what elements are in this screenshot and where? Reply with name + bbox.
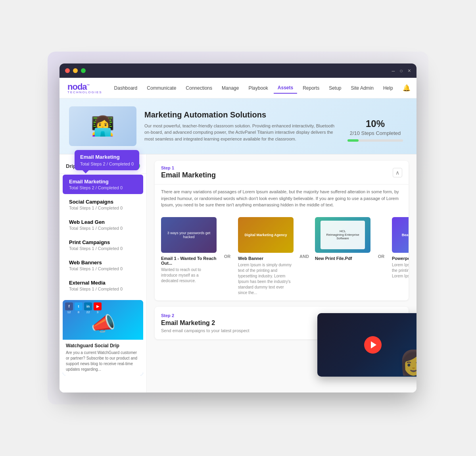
connector-0: OR xyxy=(221,217,233,296)
nav-dashboard[interactable]: Dashboard xyxy=(110,83,142,93)
asset-card-2[interactable]: HCLReimagining Enterprise Software New P… xyxy=(315,217,370,296)
asset-desc-1: Lorem Ipsum is simply dummy text of the … xyxy=(238,262,294,296)
sidebar-item-external-media[interactable]: External Media Total Steps 1 / Completed… xyxy=(63,276,143,295)
video-person-icon: 👩 xyxy=(399,348,416,377)
asset-card-image-2: HCLReimagining Enterprise Software xyxy=(315,217,370,253)
sidebar-item-print-campaigns[interactable]: Print Campaigns Total Steps 1 / Complete… xyxy=(63,235,143,255)
sidebar-item-title-5: External Media xyxy=(69,280,137,286)
asset-title-0: Email 1 - Wanted To Reach Out... xyxy=(161,256,217,266)
email-marketing-tooltip: Email Marketing Total Steps 2 / Complete… xyxy=(75,150,139,170)
sidebar-item-web-banners[interactable]: Web Banners Total Steps 1 / Completed 0 xyxy=(63,256,143,275)
nav-setup[interactable]: Setup xyxy=(325,83,345,93)
minimize-btn[interactable]: – xyxy=(392,67,395,74)
step1-title: Email Marketing xyxy=(161,171,216,179)
asset-img-print: HCLReimagining Enterprise Software xyxy=(315,217,370,253)
twitter-icon: t xyxy=(75,302,83,310)
close-dot[interactable] xyxy=(65,68,70,73)
megaphone-icon: 📣 xyxy=(91,312,115,335)
hero-desc: Our most powerful, teacher-friendly clas… xyxy=(144,123,336,142)
sidebar-card-title: Watchguard Social Drip xyxy=(66,343,140,348)
tooltip-title: Email Marketing xyxy=(80,154,134,160)
hero-stats: 10% 2/10 Steps Completed xyxy=(344,111,407,142)
logo[interactable]: noda™ TECHNOLOGIES xyxy=(67,82,102,94)
play-icon xyxy=(371,341,376,348)
hero-title: Marketing Automation Solutions xyxy=(144,110,336,119)
asset-desc-0: Wanted to reach out to introduce myself … xyxy=(161,267,217,284)
nav-manage[interactable]: Manage xyxy=(218,83,243,93)
asset-title-2: New Print File.Pdf xyxy=(315,256,370,261)
nav-playbook[interactable]: Playbook xyxy=(244,83,272,93)
fb-count: 12 xyxy=(65,310,73,314)
sidebar-card-body: Watchguard Social Drip Are you a current… xyxy=(63,340,143,375)
hero-percent: 10% xyxy=(344,111,407,130)
step2-title: Email Marketing 2 xyxy=(161,319,250,327)
li-count: 22 xyxy=(84,310,92,314)
nav-reports[interactable]: Reports xyxy=(299,83,323,93)
social-icons-row: f 12 t 8 in 22 xyxy=(65,302,102,314)
asset-card-image-3: Beautiful PowerPoint xyxy=(392,217,409,253)
nav-connections[interactable]: Connections xyxy=(182,83,216,93)
asset-card-image-1: Digital Marketing Agency xyxy=(238,217,294,253)
nav-help[interactable]: Help xyxy=(379,83,397,93)
asset-card-3[interactable]: Beautiful PowerPoint Powerpoint Presenta… xyxy=(392,217,409,296)
notification-bell[interactable]: 🔔 xyxy=(400,82,413,94)
sidebar-item-meta-0: Total Steps 2 / Completed 0 xyxy=(69,185,137,190)
nav-icons: 🔔 👩 xyxy=(400,82,416,94)
nav-siteadmin[interactable]: Site Admin xyxy=(347,83,378,93)
yt-count: 3 xyxy=(94,310,102,314)
youtube-icon: ▶ xyxy=(94,302,102,310)
logo-sub: TECHNOLOGIES xyxy=(67,90,102,94)
asset-card-image-0: 3 ways your passwords get hacked xyxy=(161,217,217,253)
browser-window: – ○ × noda™ TECHNOLOGIES Dashboard Commu… xyxy=(60,63,416,393)
floating-video[interactable]: 👩 xyxy=(317,313,416,377)
maximize-dot[interactable] xyxy=(81,68,86,73)
sidebar-item-title-2: Web Lead Gen xyxy=(69,219,137,225)
sidebar-item-title-4: Web Banners xyxy=(69,260,137,266)
minimize-dot[interactable] xyxy=(73,68,78,73)
nav-assets[interactable]: Assets xyxy=(274,83,297,94)
sidebar: Drip Campaigns ✓ Email Marketing Total S… xyxy=(60,154,147,393)
video-bg: 👩 xyxy=(317,313,416,377)
asset-card-0[interactable]: 3 ways your passwords get hacked Email 1… xyxy=(161,217,217,296)
sidebar-item-title-3: Print Campaigns xyxy=(69,239,137,245)
close-btn[interactable]: × xyxy=(408,67,411,74)
sidebar-item-meta-4: Total Steps 1 / Completed 0 xyxy=(69,266,137,271)
asset-title-3: Powerpoint Presentation xyxy=(392,256,409,261)
expand-btn[interactable]: ○ xyxy=(399,67,403,74)
asset-title-1: Web Banner xyxy=(238,256,294,261)
step2-desc: Send email campaigns to your latest pros… xyxy=(161,328,250,333)
asset-img-webbanner: Digital Marketing Agency xyxy=(238,217,294,253)
nav-communicate[interactable]: Communicate xyxy=(143,83,180,93)
progress-bar xyxy=(347,139,403,142)
step1-header: Step 1 Email Marketing ∧ xyxy=(155,161,409,185)
connector-1: AND xyxy=(298,217,310,296)
sidebar-item-meta-3: Total Steps 1 / Completed 0 xyxy=(69,246,137,251)
connector-2: OR xyxy=(375,217,387,296)
facebook-icon: f xyxy=(65,302,73,310)
sidebar-item-meta-2: Total Steps 1 / Completed 0 xyxy=(69,226,137,231)
sidebar-item-meta-1: Total Steps 1 / Completed 0 xyxy=(69,206,137,210)
step2-label: Step 2 xyxy=(161,313,250,318)
play-button[interactable] xyxy=(364,336,382,354)
tooltip-meta: Total Steps 2 / Completed 0 xyxy=(80,162,134,166)
asset-img-email1: 3 ways your passwords get hacked xyxy=(161,217,217,253)
navbar: noda™ TECHNOLOGIES Dashboard Communicate… xyxy=(60,78,416,98)
sidebar-item-email-marketing[interactable]: Email Marketing Total Steps 2 / Complete… xyxy=(63,175,143,194)
sidebar-item-web-lead-gen[interactable]: Web Lead Gen Total Steps 1 / Completed 0 xyxy=(63,215,143,235)
step1-collapse-btn[interactable]: ∧ xyxy=(393,168,402,177)
hero-image: 👩‍💻 xyxy=(69,106,136,146)
tw-count: 8 xyxy=(75,310,83,314)
step1-section: Step 1 Email Marketing ∧ There are many … xyxy=(155,161,409,300)
sidebar-item-title-1: Social Campaigns xyxy=(69,199,137,205)
sidebar-item-social-campaigns[interactable]: Social Campaigns Total Steps 1 / Complet… xyxy=(63,195,143,214)
step1-label: Step 1 xyxy=(161,165,216,170)
hero-steps: 2/10 Steps Completed xyxy=(344,130,407,136)
asset-img-ppt: Beautiful PowerPoint xyxy=(392,217,409,253)
asset-card-1[interactable]: Digital Marketing Agency Web Banner Lore… xyxy=(238,217,294,296)
sidebar-watchguard-card[interactable]: f 12 t 8 in 22 xyxy=(63,300,143,375)
assets-row: 3 ways your passwords get hacked Email 1… xyxy=(155,212,409,300)
title-bar: – ○ × xyxy=(60,63,416,78)
progress-bar-fill xyxy=(347,139,359,142)
hero-banner: 👩‍💻 Marketing Automation Solutions Our m… xyxy=(60,98,416,154)
asset-desc-3: Lorem Ipsum is simply dummy the printing… xyxy=(392,262,409,279)
